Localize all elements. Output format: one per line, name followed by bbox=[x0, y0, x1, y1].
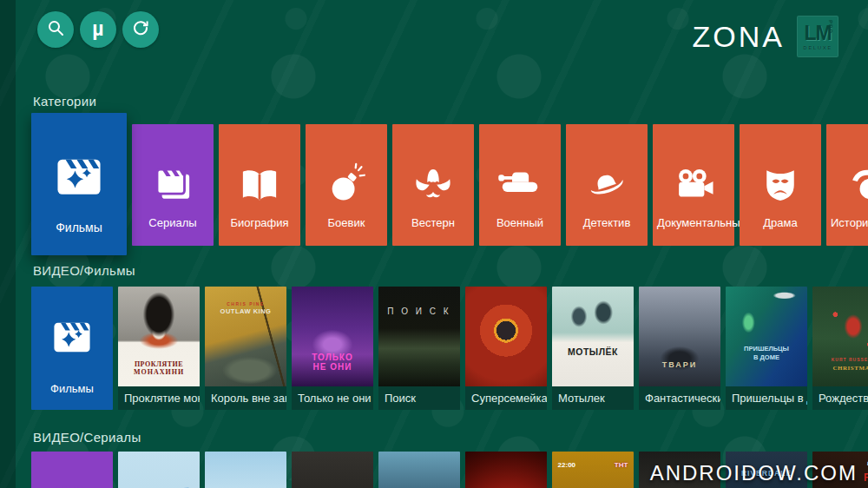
poster-art-text: МОТЫЛЁК bbox=[552, 346, 634, 357]
poster-nun[interactable]: ПРОКЛЯТИЕМОНАХИНИ Проклятие мона... bbox=[118, 287, 200, 410]
poster-art-text: OUTLAW KING bbox=[205, 307, 286, 315]
category-label: Исторический bbox=[826, 217, 868, 230]
poster-art-text: ТВАРИ bbox=[639, 360, 720, 369]
poster-red-mask[interactable] bbox=[465, 452, 547, 488]
lm-logo-pro: PRO bbox=[828, 20, 833, 34]
utorrent-icon: µ bbox=[92, 19, 103, 39]
drama-icon bbox=[757, 162, 804, 208]
category-tile-action[interactable]: Боевик bbox=[306, 124, 387, 246]
poster-art-text: В ДОМЕ bbox=[726, 353, 807, 361]
poster-incredibles-2[interactable]: Суперсемейка 2 bbox=[465, 287, 547, 410]
poster-art bbox=[465, 287, 547, 386]
poster-art-text: МОНАХИНИ bbox=[118, 368, 200, 376]
category-tile-history[interactable]: Исторический bbox=[826, 124, 868, 246]
poster-art bbox=[292, 452, 373, 488]
category-tile-war[interactable]: Военный bbox=[479, 124, 561, 246]
poster-art: KURT RUSSELLCHRISTMAS bbox=[812, 287, 868, 386]
category-tile-films[interactable]: Фильмы bbox=[31, 113, 127, 255]
category-label: Сериалы bbox=[132, 217, 214, 230]
poster-dark-figure[interactable] bbox=[292, 452, 373, 488]
poster-art-text: RICH bbox=[864, 472, 868, 484]
app-title: ZONA bbox=[693, 20, 785, 54]
poster-caption: Только не они bbox=[292, 386, 373, 410]
helmet-icon bbox=[844, 162, 868, 208]
series-section-label: ВИДЕО/Сериалы bbox=[33, 430, 141, 445]
refresh-icon bbox=[130, 17, 151, 42]
category-tile-western[interactable]: Вестерн bbox=[392, 124, 474, 246]
categories-row: Фильмы Сериалы Биография Боевик Вестерн … bbox=[31, 113, 868, 255]
category-tile-biography[interactable]: Биография bbox=[219, 124, 300, 246]
poster-art: П О И С К bbox=[378, 287, 460, 386]
poster-caption: Фантастические... bbox=[639, 386, 720, 410]
poster-art-text: 22:00 bbox=[558, 461, 575, 469]
western-icon bbox=[410, 162, 457, 208]
poster-only-not-they[interactable]: ТОЛЬКОНЕ ОНИ Только не они bbox=[292, 287, 373, 410]
poster-trio-blue[interactable] bbox=[378, 452, 460, 488]
poster-art bbox=[378, 452, 460, 488]
poster-caption: Поиск bbox=[378, 386, 460, 410]
poster-outlaw-king[interactable]: CHRIS PINEOUTLAW KING Король вне зако.. bbox=[205, 287, 286, 410]
poster-papillon[interactable]: МОТЫЛЁК Мотылек bbox=[552, 287, 634, 410]
poster-art: 22:00ТНТ bbox=[552, 452, 634, 488]
poster-aliens-in-house[interactable]: ПРИШЕЛЬЦЫВ ДОМЕ Пришельцы в до... bbox=[726, 287, 807, 410]
poster-art-text: CHRIS PINE bbox=[205, 301, 286, 307]
category-label: Фильмы bbox=[31, 221, 127, 234]
poster-fantastic-beasts[interactable]: ТВАРИ Фантастические... bbox=[639, 287, 720, 410]
category-tile-drama[interactable]: Драма bbox=[740, 124, 821, 246]
poster-art bbox=[465, 452, 547, 488]
poster-group-sky[interactable] bbox=[205, 452, 286, 488]
category-tile-documentary[interactable]: Документальный bbox=[653, 124, 734, 246]
category-tile-detective[interactable]: Детектив bbox=[566, 124, 648, 246]
poster-art: ТВАРИ bbox=[639, 287, 720, 386]
left-edge-strip bbox=[0, 0, 16, 488]
category-label: Военный bbox=[479, 217, 561, 230]
detective-icon bbox=[583, 162, 630, 208]
poster-art: МОТЫЛЁК bbox=[552, 287, 634, 386]
lm-deluxe-pro-logo: LM DELUXE PRO bbox=[797, 16, 838, 57]
category-label: Вестерн bbox=[392, 217, 474, 230]
utorrent-button[interactable]: µ bbox=[80, 11, 116, 48]
poster-caption: Король вне зако.. bbox=[205, 386, 286, 410]
search-button[interactable] bbox=[37, 11, 74, 48]
camera-icon bbox=[670, 162, 717, 208]
category-label: Фильмы bbox=[31, 383, 113, 396]
category-label: Биография bbox=[219, 217, 300, 230]
series-icon bbox=[49, 479, 95, 488]
films-icon bbox=[49, 314, 95, 359]
watermark-text: ANDROIDOW.COM bbox=[650, 461, 858, 485]
poster-art-text: ПРОКЛЯТИЕ bbox=[118, 360, 200, 368]
poster-art-text: П О И С К bbox=[378, 307, 460, 316]
refresh-button[interactable] bbox=[122, 11, 159, 48]
poster-caption: Суперсемейка 2 bbox=[465, 386, 547, 410]
toolbar: µ bbox=[37, 11, 159, 48]
movies-section-label: ВИДЕО/Фильмы bbox=[33, 263, 135, 278]
poster-art-text: ТНТ bbox=[615, 461, 628, 469]
search-icon bbox=[45, 17, 66, 42]
poster-tnt-2200[interactable]: 22:00ТНТ bbox=[552, 452, 634, 488]
poster-caption: Рождествен bbox=[812, 386, 868, 410]
poster-caption: Пришельцы в до... bbox=[726, 386, 807, 410]
poster-art: ТОЛЬКОНЕ ОНИ bbox=[292, 287, 373, 386]
poster-caption: Мотылек bbox=[552, 386, 634, 410]
lm-logo-deluxe: DELUXE bbox=[803, 45, 832, 50]
films-icon bbox=[52, 149, 106, 203]
app-brand: ZONA LM DELUXE PRO bbox=[693, 16, 838, 57]
category-label: Драма bbox=[740, 217, 821, 230]
category-label: Детектив bbox=[566, 217, 648, 230]
category-tile-series[interactable]: Сериалы bbox=[31, 452, 113, 488]
poster-art-text: KURT RUSSELL bbox=[812, 357, 868, 362]
poster-christmas-chronicles[interactable]: KURT RUSSELLCHRISTMAS Рождествен bbox=[812, 287, 868, 410]
category-tile-films[interactable]: Фильмы bbox=[31, 287, 113, 410]
category-label: Боевик bbox=[306, 217, 387, 230]
poster-art-text: НЕ ОНИ bbox=[292, 362, 373, 372]
bomb-icon bbox=[323, 162, 370, 208]
poster-art: ПРИШЕЛЬЦЫВ ДОМЕ bbox=[726, 287, 807, 386]
category-tile-series[interactable]: Сериалы bbox=[132, 124, 214, 246]
poster-art-text: ПРИШЕЛЬЦЫ bbox=[726, 345, 807, 353]
poster-searching[interactable]: П О И С К Поиск bbox=[378, 287, 460, 410]
poster-olga[interactable]: НОВЫЙ СЕЗОНОЛЬГА bbox=[118, 452, 200, 488]
tank-icon bbox=[496, 162, 543, 208]
category-label: Документальный bbox=[653, 217, 734, 230]
poster-art-text: CHRISTMAS bbox=[812, 365, 868, 372]
poster-art bbox=[205, 452, 286, 488]
